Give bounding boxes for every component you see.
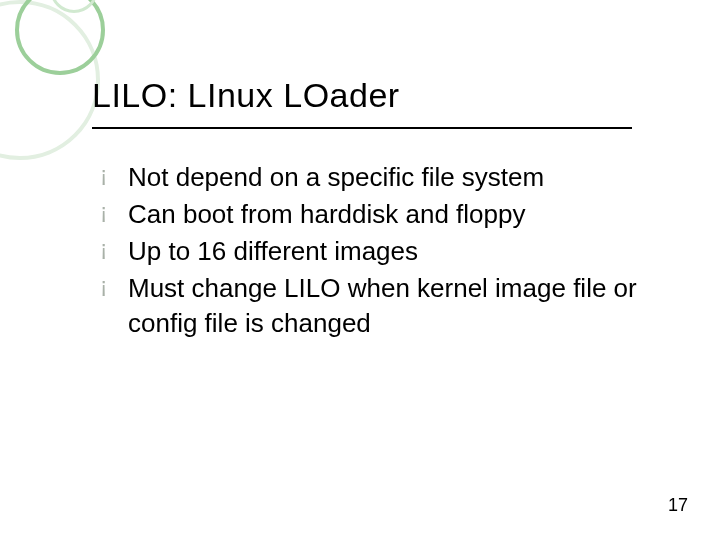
slide: LILO: LInux LOader Not depend on a speci… [0, 0, 720, 540]
ring-icon [0, 0, 100, 160]
ring-icon [15, 0, 105, 75]
list-item: Up to 16 different images [100, 234, 660, 269]
list-item: Must change LILO when kernel image file … [100, 271, 660, 341]
page-number: 17 [668, 495, 688, 516]
slide-body: Not depend on a specific file system Can… [100, 160, 660, 343]
slide-title: LILO: LInux LOader [92, 76, 660, 115]
list-item: Can boot from harddisk and floppy [100, 197, 660, 232]
title-underline [92, 127, 632, 129]
list-item: Not depend on a specific file system [100, 160, 660, 195]
ring-icon [50, 0, 98, 13]
bullet-list: Not depend on a specific file system Can… [100, 160, 660, 341]
title-block: LILO: LInux LOader [92, 76, 660, 129]
